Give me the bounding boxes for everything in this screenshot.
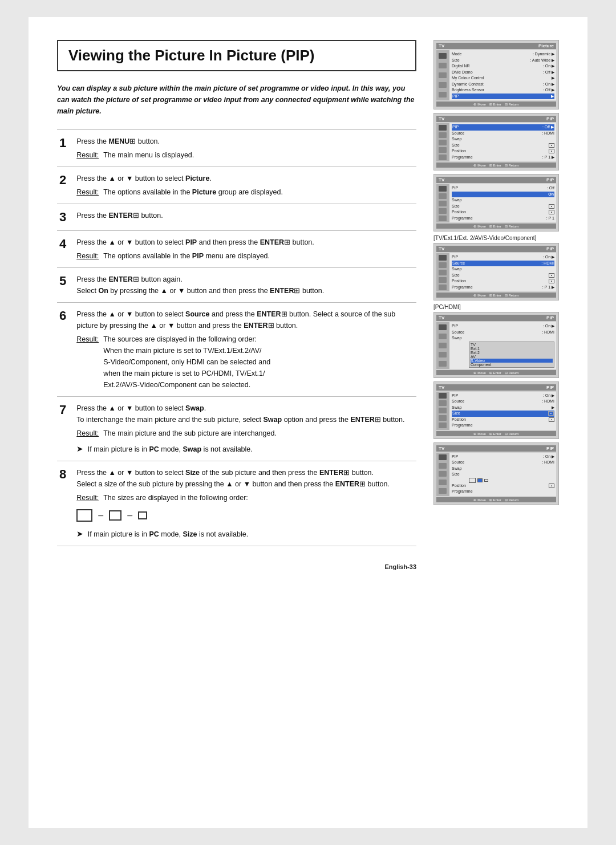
sidebar-icon: [439, 343, 447, 348]
pip-bold: PIP: [185, 238, 197, 246]
tv-title-3: PIP: [546, 177, 554, 182]
footer-move: ⊕ Move: [473, 102, 485, 106]
sidebar-icon: [439, 408, 447, 413]
tv-menu-5: PIP: On ▶ Source: HDMI Swap TV Ext.1 Ext…: [450, 322, 556, 369]
result-text: The sources are displayed in the followi…: [103, 334, 270, 391]
menu-row: Swap▶: [452, 405, 554, 411]
menu-row-highlighted: On: [452, 192, 554, 198]
tv-menu-4: PIP: On ▶ Source: HDMI Swap Size▪ Positi…: [450, 253, 556, 291]
step-content: Press the ENTER⊞ button.: [74, 204, 416, 231]
menu-row: My Colour Control▶: [452, 75, 554, 82]
menu-row: PIP: On ▶: [452, 454, 554, 460]
step-content: Press the ▲ or ▼ button to select PIP an…: [74, 231, 416, 268]
sidebar-icon: [439, 400, 447, 406]
sidebar-icon: [439, 186, 447, 192]
sidebar-icon: [439, 285, 447, 290]
left-column: Viewing the Picture In Picture (PIP) You…: [57, 40, 416, 805]
menu-row: Swap: [452, 266, 554, 273]
sidebar-icon: [439, 422, 447, 428]
sidebar-icon: [439, 132, 447, 138]
result-row: Result: The sizes are displayed in the f…: [76, 492, 414, 503]
swap-bold: Swap: [185, 404, 204, 412]
dropdown-item-highlighted: S-Video: [471, 359, 553, 363]
sidebar-icon: [439, 270, 447, 275]
enter-bold5: ENTER: [257, 310, 281, 318]
step-content: Press the MENU⊞ button. Result: The main…: [74, 130, 416, 167]
step-number: 6: [57, 303, 74, 397]
note-7: ➤ If main picture is in PC mode, Swap is…: [76, 442, 414, 455]
menu-row: DNIe Demo: Off ▶: [452, 70, 554, 76]
tv-screen-4: TV PIP PIP: On ▶ Source: HDMI Swap Size▪…: [433, 243, 559, 300]
on-bold: On: [98, 287, 108, 295]
tv-title-4: PIP: [546, 246, 554, 251]
tv-screen-7: TV PIP PIP: On ▶ Source: HDMI Swap Size: [433, 442, 559, 505]
tv-sidebar-7: [436, 453, 449, 496]
tv-screen-2: TV PIP PIP: Off ▶ Source: HDMI Swap Size…: [433, 113, 559, 170]
menu-row: Source: HDMI: [452, 460, 554, 466]
menu-row: PIP: On ▶: [452, 393, 554, 399]
footer-return: ⊟ Return: [505, 224, 519, 228]
menu-row: Size▪: [452, 204, 554, 210]
footer-enter: ⊞ Enter: [489, 102, 501, 106]
menu-row: Programme: P 1 ▶: [452, 285, 554, 291]
footer-move: ⊕ Move: [473, 163, 485, 167]
size-bold: Size: [185, 469, 200, 477]
pc-bold: PC: [149, 445, 159, 453]
step-content: Press the ▲ or ▼ button to select Swap. …: [74, 397, 416, 461]
footer-return: ⊟ Return: [505, 498, 519, 502]
size-opt-small: [484, 479, 488, 482]
sidebar-icon: [439, 63, 447, 68]
result-label: Result:: [76, 334, 99, 391]
dropdown-item: Ext.2: [471, 351, 553, 355]
size-dash2: –: [127, 508, 132, 523]
menu-row: Mode: Dynamic ▶: [452, 51, 554, 58]
step-number: 8: [57, 461, 74, 546]
enter-bold9: ENTER: [335, 480, 359, 488]
table-row: 7 Press the ▲ or ▼ button to select Swap…: [57, 397, 416, 461]
tv-sidebar-6: [436, 392, 449, 430]
menu-row: Dynamic Contrast: On ▶: [452, 82, 554, 88]
result-text: The sizes are displayed in the following…: [103, 492, 248, 503]
menu-row: PIP: On ▶: [452, 323, 554, 330]
tv-screen-6: TV PIP PIP: On ▶ Source: HDMI Swap▶ Size…: [433, 381, 559, 439]
enter-bold: ENTER: [109, 212, 133, 220]
size-options-row: [469, 478, 554, 483]
intro-paragraph: You can display a sub picture within the…: [57, 83, 416, 117]
footer-return: ⊟ Return: [505, 102, 519, 106]
menu-row: Programme: P 1: [452, 216, 554, 222]
footer-move: ⊕ Move: [473, 293, 485, 297]
result-text: The main picture and the sub picture are…: [103, 428, 277, 439]
size-icon-medium: [109, 510, 121, 521]
tv-body-6: PIP: On ▶ Source: HDMI Swap▶ Size▪ Posit…: [436, 392, 556, 430]
table-row: 2 Press the ▲ or ▼ button to select Pict…: [57, 167, 416, 204]
tv-body-5: PIP: On ▶ Source: HDMI Swap TV Ext.1 Ext…: [436, 322, 556, 369]
menu-row-highlighted: Size▪: [452, 411, 554, 417]
sidebar-icon: [439, 361, 447, 367]
size-dash1: –: [98, 508, 103, 523]
tv-body-3: PIP: Off On Swap Size▪ Position▪ Program…: [436, 184, 556, 222]
footer-enter: ⊞ Enter: [489, 293, 501, 297]
menu-row: Position▪: [452, 417, 554, 423]
size-options: [469, 478, 554, 483]
menu-row: Size: [452, 472, 554, 478]
enter-bold6: ENTER: [244, 322, 268, 330]
size-icon-large: [76, 509, 92, 522]
sidebar-icon: [439, 53, 447, 59]
menu-row: Size▪: [452, 273, 554, 279]
step-content: Press the ENTER⊞ button again. Select On…: [74, 268, 416, 303]
sidebar-icon: [439, 480, 447, 485]
tv-sidebar-2: [436, 123, 449, 161]
step-instruction: Press the ENTER⊞ button.: [76, 210, 414, 221]
size-bold2: Size: [183, 530, 197, 538]
result-text: The options available in the Picture gro…: [103, 186, 283, 198]
step-number: 1: [57, 130, 74, 167]
sidebar-icon: [439, 454, 447, 460]
sidebar-icon: [439, 193, 447, 199]
tv-sidebar-3: [436, 184, 449, 222]
tv-header-2: TV PIP: [436, 116, 556, 122]
tv-label-3: TV: [439, 177, 444, 182]
footer-move: ⊕ Move: [473, 224, 485, 228]
menu-bold: MENU: [109, 137, 130, 145]
step-content: Press the ▲ or ▼ button to select Source…: [74, 303, 416, 397]
page-footer: English-33: [57, 563, 416, 570]
